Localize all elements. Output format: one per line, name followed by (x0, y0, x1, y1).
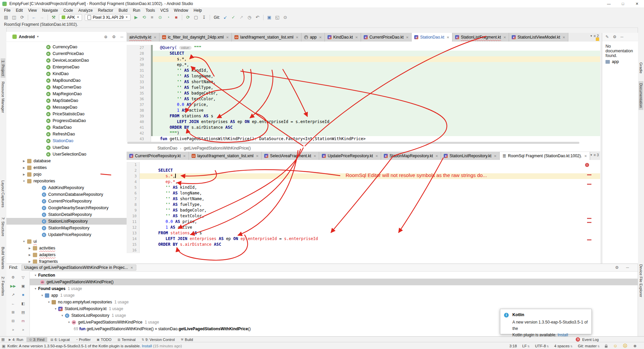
code-text[interactable]: 1 AS active (140, 225, 600, 230)
tree-item-messagedao[interactable]: KMessageDao (6, 104, 127, 111)
run-window-icon[interactable]: ◱ (273, 14, 281, 21)
status-widget-4-spaces[interactable]: 4 spaces⇅ (554, 344, 573, 348)
find-result-row[interactable]: mgetLivePagedStationsWithKindPrice() (29, 279, 638, 285)
close-icon[interactable]: ✕ (406, 36, 409, 39)
install-link[interactable]: Install (142, 344, 152, 348)
horizontal-scrollbar[interactable] (127, 142, 579, 144)
gutter-line-number[interactable]: 36 (127, 96, 151, 102)
error-stripe-mark[interactable] (587, 218, 591, 219)
tree-item-stationmaprepository[interactable]: CStationMapRepository (6, 225, 127, 231)
hide-panel-icon[interactable]: ─ (621, 35, 624, 39)
stripe-item-7-structure[interactable]: 7: Structure (1, 215, 5, 238)
code-text[interactable]: '' AS badgeColor, (140, 208, 600, 213)
tool-window-switcher-icon[interactable]: ▦ (0, 337, 6, 342)
stripe-item-layout-captures[interactable]: Layout Captures (1, 178, 5, 210)
gutter-line-number[interactable]: 8 (127, 202, 140, 208)
code-text[interactable] (140, 162, 600, 168)
git-push-icon[interactable]: ↗ (237, 14, 245, 21)
gutter-line-number[interactable]: 16 (127, 247, 140, 253)
project-view-selector[interactable]: Android (19, 35, 35, 39)
menu-window[interactable]: Window (171, 8, 191, 13)
gutter-line-number[interactable]: 6 (127, 190, 140, 196)
close-icon[interactable]: ✕ (563, 36, 565, 39)
code-text[interactable]: '' AS textColor, (151, 96, 600, 102)
gutter-line-number[interactable]: 31 (127, 68, 151, 73)
run-configurations-icon[interactable]: ≡ (148, 14, 156, 21)
run-icon[interactable]: ▶ (132, 14, 140, 21)
autoscroll-icon[interactable]: ■ (20, 291, 26, 298)
close-icon[interactable]: ✕ (494, 154, 496, 158)
hidden-tabs-dropdown[interactable]: ▼≡3 (590, 153, 599, 157)
chevron-collapsed-icon[interactable]: ▶ (28, 260, 31, 263)
status-widget-git-master[interactable]: Git: master⇅ (578, 344, 600, 348)
status-message[interactable]: Kotlin: A new version 1.3.50-eap-5-Studi… (7, 344, 182, 348)
editor-tab-stationlistfragment-kt[interactable]: KStationListFragment.kt✕ (452, 33, 509, 42)
device-dropdown[interactable]: Pixel 3 XL API 29▼ (85, 14, 131, 21)
search-icon[interactable]: ⊙ (281, 14, 289, 21)
gutter-line-number[interactable]: 28 (127, 51, 151, 56)
breadcrumb-method[interactable]: getLivePagedStationsWithKindPrice() (184, 146, 251, 151)
gutter-line-number[interactable]: 27 (127, 45, 151, 51)
tree-item-activities[interactable]: ▶activities (6, 245, 127, 251)
chevron-expanded-icon[interactable]: ▼ (22, 180, 26, 183)
code-text[interactable]: '' AS shortName, (140, 196, 600, 202)
gutter-line-number[interactable]: 10 (127, 213, 140, 219)
apk-run-config-dropdown[interactable]: APK▼ (59, 14, 82, 21)
tree-item-entities[interactable]: ▶entities (6, 164, 127, 171)
gutter-line-number[interactable]: 33 (127, 79, 151, 85)
lock-icon[interactable] (605, 346, 607, 348)
menu-vcs[interactable]: VCS (158, 8, 171, 13)
gutter-line-number[interactable]: 29 (127, 56, 151, 62)
gutter-line-number[interactable]: 1 (127, 162, 140, 168)
close-icon[interactable]: ✕ (296, 36, 298, 39)
rerun-icon[interactable]: ▶▶ (10, 283, 16, 289)
tree-item-kinddao[interactable]: KKindDao (6, 70, 127, 77)
toolwindow-button-3-find[interactable]: ⊙3: Find (26, 337, 47, 342)
editor-tab-roomsql-fragment-stationdao-kt-1002-[interactable]: ☰RoomSql Fragment (StationDao.kt:1002).✕ (500, 152, 590, 160)
breadcrumb-class[interactable]: StationDao (157, 146, 177, 151)
close-icon[interactable]: ✕ (375, 154, 378, 158)
save-all-icon[interactable]: ◫ (10, 14, 18, 21)
close-icon[interactable]: ✕ (183, 154, 186, 158)
editor-tab-updatepricerepository-kt[interactable]: KUpdatePriceRepository.kt✕ (319, 152, 381, 160)
code-text[interactable]: '' AS kindId, (151, 68, 600, 73)
code-text[interactable]: '' AS shortName, (151, 79, 600, 85)
close-icon[interactable]: ✕ (584, 154, 587, 158)
gutter-line-number[interactable]: 7 (127, 196, 140, 202)
tree-item-repositories[interactable]: ▼repositories (6, 178, 127, 184)
tree-item-mapbounddao[interactable]: KMapBoundDao (6, 77, 127, 84)
close-icon[interactable]: ✕ (154, 36, 156, 39)
chevron-expanded-icon[interactable]: ▼ (60, 314, 64, 317)
hide-panel-icon[interactable]: ─ (626, 265, 629, 270)
toolwindow-button-todo[interactable]: ▣TODO (94, 337, 114, 342)
status-widget-utf-8[interactable]: UTF-8⇅ (535, 344, 549, 348)
gear-icon[interactable]: ⚙ (613, 35, 617, 39)
settings-gear-icon[interactable]: ⚙ (10, 274, 16, 281)
gear-icon[interactable]: ⚙ (615, 265, 619, 270)
close-button[interactable]: ✕ (630, 0, 644, 7)
close-icon[interactable]: ✕ (256, 154, 259, 158)
preview-icon[interactable]: ▣ (20, 283, 26, 289)
code-text[interactable]: ep.*, (151, 62, 600, 68)
chevron-expanded-icon[interactable]: ▼ (33, 287, 38, 290)
code-text[interactable]: @Query( value: """ (151, 45, 600, 51)
toolwindow-button-profiler[interactable]: ◔Profiler (73, 337, 93, 342)
close-icon[interactable]: ✕ (503, 36, 506, 39)
user-avatar-icon[interactable]: ☻ (633, 343, 637, 348)
code-text[interactable]: s.*, (140, 173, 600, 179)
stripe-item-build-variants[interactable]: Build Variants (1, 245, 5, 271)
back-icon[interactable]: ← (30, 14, 38, 21)
code-text[interactable]: LEFT JOIN enterprises AS ep ON ep.enterp… (151, 119, 600, 125)
stripe-item-2-favorites[interactable]: 2: Favorites (1, 275, 5, 298)
chevron-expanded-icon[interactable]: ▼ (40, 294, 44, 297)
tree-item-pojo[interactable]: ▶pojo (6, 171, 127, 178)
tree-item-mapcornerdao[interactable]: KMapCornerDao (6, 84, 127, 91)
project-folder-icon[interactable]: ▣ (265, 14, 273, 21)
toolwindow-button-6-logcat[interactable]: ▤6: Logcat (48, 337, 73, 342)
stripe-item-gradle[interactable]: Gradle (639, 60, 643, 75)
build-hammer-icon[interactable]: ⚒ (50, 14, 58, 21)
chevron-expanded-icon[interactable]: ▼ (67, 321, 71, 324)
flatten-icon[interactable]: ▤ (20, 309, 26, 315)
chevron-collapsed-icon[interactable]: ▶ (22, 173, 26, 176)
close-icon[interactable]: ✕ (435, 154, 438, 158)
